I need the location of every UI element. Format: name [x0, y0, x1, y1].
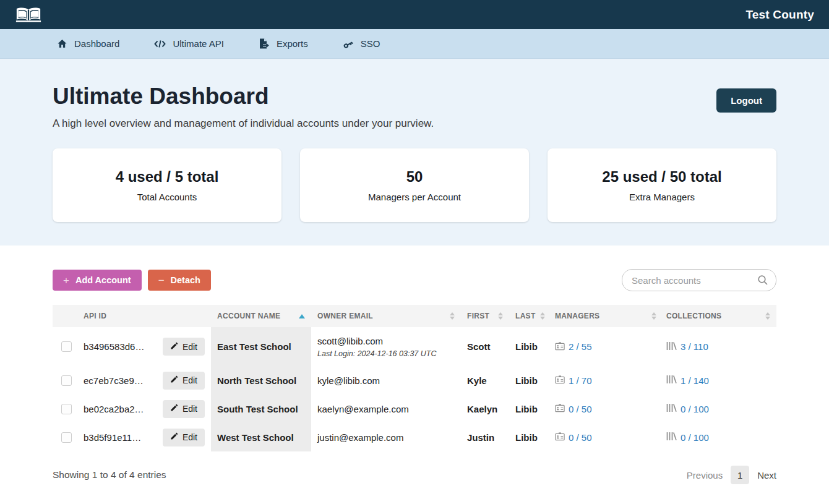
first-name: Scott: [461, 341, 509, 352]
header-first[interactable]: First: [461, 305, 509, 327]
table-row: b3496583d6… Edit East Test School scott@…: [53, 327, 776, 366]
header-managers[interactable]: Managers: [551, 305, 663, 327]
home-icon: [57, 39, 67, 48]
table-footer: Showing 1 to 4 of 4 entries Previous 1 N…: [53, 466, 776, 484]
stat-card-total-accounts: 4 used / 5 total Total Accounts: [53, 148, 281, 222]
managers-count-link[interactable]: 0 / 50: [569, 432, 592, 443]
edit-button[interactable]: Edit: [163, 338, 205, 356]
header-account-name[interactable]: Account Name: [211, 305, 311, 327]
id-badge-icon: [555, 432, 565, 443]
row-checkbox[interactable]: [61, 375, 72, 386]
last-name: Libib: [509, 341, 551, 352]
ultimate-dashboard-screen: Test County Dashboard Ultimate API: [0, 0, 829, 504]
accounts-section: + Add Account − Detach API ID: [0, 269, 829, 484]
add-account-label: Add Account: [75, 275, 131, 285]
api-id: be02ca2ba2…: [84, 404, 144, 414]
detach-button[interactable]: − Detach: [148, 270, 211, 291]
first-name: Kaelyn: [461, 404, 509, 414]
account-group-name: Test County: [745, 8, 814, 22]
row-checkbox[interactable]: [61, 341, 72, 352]
owner-email: scott@libib.com: [317, 336, 461, 346]
detach-label: Detach: [171, 275, 200, 285]
stat-card-managers-per-account: 50 Managers per Account: [300, 148, 529, 222]
first-name: Kyle: [461, 375, 509, 386]
nav-item-sso[interactable]: SSO: [343, 38, 380, 49]
entries-summary: Showing 1 to 4 of 4 entries: [53, 469, 166, 481]
collections-cell: 1 / 140: [663, 375, 776, 386]
books-icon: [666, 375, 677, 386]
managers-count-link[interactable]: 1 / 70: [569, 375, 592, 386]
account-name: North Test School: [211, 366, 311, 395]
collections-count-link[interactable]: 0 / 100: [681, 432, 709, 443]
account-name: East Test School: [211, 327, 311, 366]
edit-label: Edit: [183, 375, 197, 385]
id-badge-icon: [555, 403, 565, 414]
nav-label: Ultimate API: [173, 38, 224, 49]
header-checkbox-column: [53, 305, 84, 327]
pencil-icon: [170, 342, 178, 352]
sort-icon: [498, 312, 503, 320]
collections-cell: 0 / 100: [663, 403, 776, 414]
add-account-button[interactable]: + Add Account: [53, 270, 142, 291]
pencil-icon: [170, 375, 178, 385]
accounts-table: API ID Account Name Owner Email First La…: [53, 305, 776, 451]
collections-cell: 0 / 100: [663, 432, 776, 443]
header-api-id[interactable]: API ID: [84, 305, 211, 327]
sort-icon: [540, 312, 545, 320]
plus-icon: +: [63, 275, 69, 286]
first-name: Justin: [461, 432, 509, 443]
code-icon: [154, 40, 166, 48]
sort-icon: [651, 312, 656, 320]
top-bar: Test County: [0, 0, 829, 29]
stat-value: 25 used / 50 total: [602, 168, 721, 186]
managers-count-link[interactable]: 0 / 50: [569, 404, 592, 414]
open-book-logo-icon[interactable]: [15, 6, 42, 23]
stat-value: 50: [406, 168, 423, 186]
managers-count-link[interactable]: 2 / 55: [569, 341, 592, 352]
collections-cell: 3 / 110: [663, 341, 776, 352]
header-owner-email[interactable]: Owner Email: [311, 305, 461, 327]
edit-button[interactable]: Edit: [163, 429, 205, 446]
stat-label: Extra Managers: [629, 192, 695, 202]
books-icon: [666, 403, 677, 414]
table-row: b3d5f91e11… Edit West Test School justin…: [53, 423, 776, 451]
logout-button[interactable]: Logout: [716, 88, 776, 113]
account-name: West Test School: [211, 423, 311, 451]
pagination-page-1[interactable]: 1: [731, 466, 749, 484]
id-badge-icon: [555, 341, 565, 352]
last-login: Last Login: 2024-12-16 03:37 UTC: [317, 349, 461, 358]
collections-count-link[interactable]: 3 / 110: [681, 341, 708, 352]
pencil-icon: [170, 404, 178, 414]
owner-email: justin@example.com: [317, 432, 461, 443]
managers-cell: 0 / 50: [551, 432, 663, 443]
nav-item-ultimate-api[interactable]: Ultimate API: [154, 38, 224, 49]
sort-icon: [765, 312, 770, 320]
pagination-next[interactable]: Next: [757, 470, 776, 481]
header-last[interactable]: Last: [509, 305, 551, 327]
managers-cell: 2 / 55: [551, 341, 663, 352]
row-checkbox[interactable]: [61, 404, 72, 414]
key-icon: [343, 38, 354, 49]
last-name: Libib: [509, 375, 551, 386]
nav-item-dashboard[interactable]: Dashboard: [57, 38, 119, 49]
edit-button[interactable]: Edit: [163, 372, 205, 390]
table-header-row: API ID Account Name Owner Email First La…: [53, 305, 776, 327]
main-nav: Dashboard Ultimate API Exports: [0, 29, 829, 59]
nav-label: SSO: [361, 38, 380, 49]
pagination-previous[interactable]: Previous: [687, 470, 723, 481]
search-icon[interactable]: [757, 275, 768, 288]
header-collections[interactable]: Collections: [663, 305, 776, 327]
edit-label: Edit: [183, 432, 197, 442]
sort-icon: [450, 312, 455, 320]
account-name: South Test School: [211, 395, 311, 423]
search-input[interactable]: [622, 269, 776, 291]
nav-item-exports[interactable]: Exports: [259, 38, 308, 49]
row-checkbox[interactable]: [61, 432, 72, 443]
managers-cell: 0 / 50: [551, 403, 663, 414]
books-icon: [666, 432, 677, 443]
table-toolbar: + Add Account − Detach: [53, 269, 776, 291]
edit-label: Edit: [183, 404, 197, 414]
edit-button[interactable]: Edit: [163, 400, 205, 418]
collections-count-link[interactable]: 0 / 100: [681, 404, 709, 414]
collections-count-link[interactable]: 1 / 140: [681, 375, 709, 386]
